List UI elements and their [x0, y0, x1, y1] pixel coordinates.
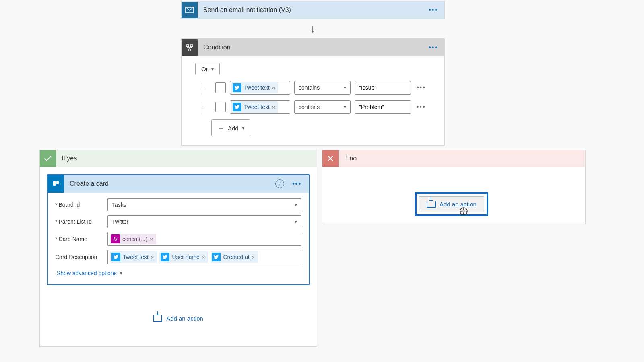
- condition-rule-row: Tweet text× contains▾ •••: [195, 100, 436, 114]
- if-yes-branch: If yes Create a card i ••• Board Id Task…: [39, 150, 317, 347]
- card-name-input[interactable]: fxconcat(...)×: [107, 232, 301, 246]
- email-step[interactable]: Send an email notification (V3) •••: [181, 1, 445, 19]
- chevron-down-icon: ▾: [344, 104, 346, 110]
- token-remove[interactable]: ×: [272, 85, 275, 91]
- chevron-down-icon: ▾: [242, 125, 244, 131]
- condition-step[interactable]: Condition ••• Or ▾ Tweet text× contains▾…: [181, 38, 445, 146]
- plus-icon: ＋: [217, 123, 225, 133]
- if-no-label: If no: [344, 155, 357, 162]
- twitter-icon: [161, 253, 169, 261]
- flow-arrow-icon: ↓: [310, 22, 316, 35]
- create-card-menu[interactable]: •••: [290, 179, 304, 189]
- condition-add-rule-button[interactable]: ＋ Add ▾: [211, 119, 250, 136]
- chevron-down-icon: ▾: [295, 219, 297, 224]
- board-id-label: Board Id: [55, 202, 107, 208]
- svg-rect-2: [56, 181, 59, 184]
- twitter-icon: [111, 253, 120, 261]
- rule-field-input[interactable]: Tweet text×: [230, 81, 290, 95]
- close-icon: [322, 150, 339, 167]
- parent-list-dropdown[interactable]: Twitter▾: [107, 215, 301, 228]
- twitter-icon: [212, 253, 221, 261]
- twitter-icon: [233, 83, 242, 92]
- if-yes-label: If yes: [62, 155, 77, 162]
- condition-rule-row: Tweet text× contains▾ •••: [195, 81, 436, 95]
- condition-logic-dropdown[interactable]: Or ▾: [195, 63, 220, 75]
- selection-highlight: Add an action: [415, 192, 488, 216]
- token-remove[interactable]: ×: [272, 104, 275, 110]
- chevron-down-icon: ▾: [120, 270, 122, 276]
- board-id-dropdown[interactable]: Tasks▾: [107, 198, 301, 211]
- rule-checkbox[interactable]: [215, 82, 226, 93]
- email-step-title: Send an email notification (V3): [203, 6, 291, 14]
- add-action-button-yes[interactable]: Add an action: [40, 309, 317, 331]
- card-desc-label: Card Description: [55, 254, 107, 260]
- rule-value-input[interactable]: [355, 100, 411, 114]
- token-remove[interactable]: ×: [150, 236, 153, 242]
- condition-menu[interactable]: •••: [426, 42, 440, 53]
- add-action-icon: [427, 201, 436, 208]
- rule-field-input[interactable]: Tweet text×: [230, 100, 290, 114]
- twitter-icon: [233, 103, 242, 111]
- chevron-down-icon: ▾: [344, 85, 346, 90]
- rule-menu[interactable]: •••: [415, 84, 427, 91]
- fx-icon: fx: [111, 234, 120, 243]
- add-action-icon: [153, 315, 162, 322]
- token-remove[interactable]: ×: [252, 254, 255, 260]
- parent-list-label: Parent List Id: [55, 218, 107, 225]
- create-card-title: Create a card: [70, 180, 109, 187]
- rule-operator-dropdown[interactable]: contains▾: [294, 100, 351, 114]
- check-icon: [40, 150, 56, 167]
- card-name-label: Card Name: [55, 236, 107, 242]
- condition-logic-label: Or: [201, 66, 208, 72]
- svg-rect-1: [53, 181, 56, 186]
- create-card-step[interactable]: Create a card i ••• Board Id Tasks▾ Pare…: [47, 174, 310, 285]
- rule-menu[interactable]: •••: [415, 103, 427, 111]
- rule-checkbox[interactable]: [215, 102, 226, 112]
- condition-icon: [182, 39, 198, 56]
- chevron-down-icon: ▾: [211, 66, 214, 72]
- add-action-button-no[interactable]: Add an action: [419, 196, 484, 212]
- token-remove[interactable]: ×: [202, 254, 205, 260]
- info-icon[interactable]: i: [275, 179, 284, 188]
- rule-value-input[interactable]: [355, 81, 411, 95]
- card-desc-input[interactable]: Tweet text× User name× Created at×: [107, 250, 301, 264]
- condition-title: Condition: [203, 44, 231, 51]
- rule-operator-dropdown[interactable]: contains▾: [294, 81, 351, 95]
- email-icon: [182, 2, 198, 18]
- token-remove[interactable]: ×: [151, 254, 154, 260]
- trello-icon: [48, 175, 64, 193]
- email-step-menu[interactable]: •••: [426, 5, 440, 15]
- show-advanced-toggle[interactable]: Show advanced options ▾: [55, 268, 122, 280]
- chevron-down-icon: ▾: [295, 202, 297, 208]
